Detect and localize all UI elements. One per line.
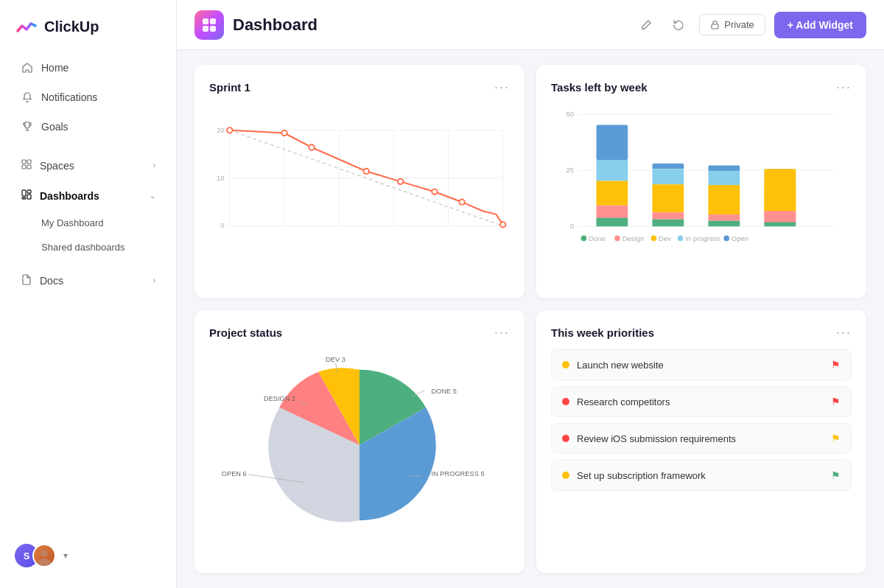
priorities-card-title: This week priorities — [551, 326, 654, 339]
svg-point-68 — [651, 236, 657, 242]
tasks-card-title: Tasks left by week — [551, 81, 648, 94]
priority-item-3[interactable]: Set up subscription framework ⚑ — [551, 460, 852, 491]
private-button[interactable]: Private — [699, 14, 765, 35]
svg-text:Dev: Dev — [659, 234, 671, 242]
priority-left-2: Review iOS submission requirements — [562, 433, 736, 444]
sprint-card-header: Sprint 1 ··· — [209, 80, 510, 95]
main: Dashboard Private + Add Widget Sprint 1 … — [177, 0, 884, 588]
svg-rect-42 — [597, 125, 628, 161]
dashboard-grid: Sprint 1 ··· 20 1 — [177, 50, 884, 588]
priority-dot-3 — [562, 472, 569, 479]
priority-left-3: Set up subscription framework — [562, 470, 706, 481]
svg-text:0: 0 — [220, 222, 224, 229]
sprint-card-menu[interactable]: ··· — [494, 80, 510, 95]
svg-rect-49 — [653, 184, 684, 212]
docs-chevron-icon: › — [153, 276, 155, 284]
svg-rect-63 — [765, 223, 796, 227]
svg-text:Open: Open — [732, 234, 748, 242]
svg-point-30 — [309, 144, 314, 150]
priority-flag-3: ⚑ — [831, 469, 841, 481]
sidebar-item-docs-label: Docs — [40, 275, 63, 287]
home-icon — [21, 61, 34, 74]
svg-point-32 — [398, 179, 403, 184]
priority-flag-1: ⚑ — [831, 396, 841, 407]
spaces-chevron-icon: › — [153, 161, 155, 169]
avatar-photo — [32, 544, 56, 567]
svg-rect-46 — [597, 218, 628, 226]
svg-text:25: 25 — [566, 166, 575, 174]
svg-rect-55 — [709, 214, 740, 221]
svg-point-28 — [227, 127, 232, 133]
spaces-icon — [21, 158, 32, 172]
priority-dot-1 — [562, 398, 569, 405]
sidebar-subitem-my-dashboard[interactable]: My Dashboard — [6, 211, 170, 234]
svg-text:DONE 5: DONE 5 — [432, 388, 457, 395]
project-status-card: Project status ··· — [194, 310, 525, 573]
avatar-group[interactable]: S — [15, 544, 56, 567]
pie-chart: DONE 5 IN PROGRESS 5 OPEN 6 DESIGN 2 DEV… — [209, 349, 510, 541]
svg-rect-1 — [27, 160, 31, 164]
tasks-card-header: Tasks left by week ··· — [551, 80, 852, 95]
svg-text:Design: Design — [622, 234, 645, 242]
priority-flag-0: ⚑ — [831, 359, 841, 371]
priority-text-1: Research competitors — [577, 396, 670, 407]
user-chevron-icon[interactable]: ▾ — [63, 550, 68, 561]
svg-rect-0 — [22, 160, 26, 164]
svg-rect-60 — [765, 169, 796, 184]
private-label: Private — [724, 19, 754, 30]
project-status-menu[interactable]: ··· — [494, 325, 510, 340]
svg-text:10: 10 — [217, 175, 224, 182]
sprint-chart: 20 10 0 — [209, 104, 510, 266]
svg-point-70 — [678, 236, 684, 242]
priority-dot-0 — [562, 361, 569, 368]
priorities-card: This week priorities ··· Launch new webs… — [536, 310, 866, 573]
logo-area: ClickUp — [0, 12, 176, 53]
priority-item-1[interactable]: Research competitors ⚑ — [551, 386, 852, 417]
sidebar-item-notifications[interactable]: Notifications — [6, 83, 170, 111]
svg-text:IN PROGRESS 5: IN PROGRESS 5 — [432, 470, 485, 477]
sidebar-item-notifications-label: Notifications — [41, 91, 97, 103]
header-left: Dashboard — [194, 10, 318, 40]
dashboards-chevron-icon: ⌄ — [150, 192, 155, 200]
trophy-icon — [21, 120, 34, 133]
svg-rect-61 — [765, 184, 796, 211]
svg-point-29 — [281, 130, 287, 136]
sidebar-item-home-label: Home — [41, 62, 69, 74]
priority-text-3: Set up subscription framework — [577, 470, 706, 481]
tasks-card-menu[interactable]: ··· — [836, 80, 852, 95]
priorities-card-menu[interactable]: ··· — [836, 325, 852, 340]
priority-text-0: Launch new website — [577, 360, 664, 371]
edit-button[interactable] — [634, 13, 658, 37]
refresh-button[interactable] — [667, 13, 690, 37]
sidebar-item-dashboards[interactable]: Dashboards ⌄ — [6, 181, 170, 210]
svg-text:Done: Done — [589, 234, 606, 242]
svg-point-8 — [41, 550, 48, 557]
clickup-logo-icon — [15, 15, 38, 38]
sidebar-bottom: S ▾ — [0, 535, 176, 576]
sidebar-item-goals[interactable]: Goals — [6, 113, 170, 141]
bell-icon — [21, 91, 34, 104]
sidebar-item-docs[interactable]: Docs › — [6, 266, 170, 295]
svg-rect-53 — [709, 171, 740, 185]
svg-point-72 — [723, 236, 729, 242]
svg-rect-10 — [203, 18, 208, 24]
sidebar-item-spaces[interactable]: Spaces › — [6, 151, 170, 180]
sidebar-item-home[interactable]: Home — [6, 54, 170, 82]
svg-text:20: 20 — [217, 127, 224, 134]
priority-item-2[interactable]: Review iOS submission requirements ⚑ — [551, 423, 852, 454]
svg-point-31 — [364, 169, 369, 174]
sidebar: ClickUp Home Notifications Goals Spaces … — [0, 0, 177, 588]
svg-text:DEV 3: DEV 3 — [326, 356, 345, 363]
svg-rect-12 — [203, 26, 208, 32]
svg-rect-54 — [709, 185, 740, 214]
svg-point-33 — [432, 189, 437, 195]
add-widget-button[interactable]: + Add Widget — [774, 12, 866, 38]
logo-text: ClickUp — [44, 18, 99, 35]
svg-rect-43 — [597, 160, 628, 181]
sprint-card-title: Sprint 1 — [209, 81, 250, 94]
svg-rect-3 — [27, 165, 31, 169]
sidebar-subitem-shared-dashboards[interactable]: Shared dashboards — [6, 236, 170, 259]
priority-item-0[interactable]: Launch new website ⚑ — [551, 349, 852, 380]
page-title: Dashboard — [233, 15, 318, 35]
svg-rect-13 — [210, 26, 216, 32]
